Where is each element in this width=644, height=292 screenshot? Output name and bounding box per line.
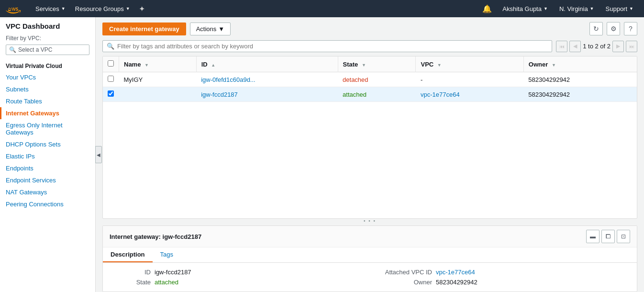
row1-name: MyIGY [119, 72, 197, 87]
pagination: ⏮ ◀ 1 to 2 of 2 ▶ ⏭ [556, 41, 637, 52]
region-menu[interactable]: N. Virginia ▼ [555, 0, 599, 17]
sidebar-item-dhcp-options[interactable]: DHCP Options Sets [0, 138, 95, 150]
row1-state-value: detached [343, 76, 368, 83]
next-page-btn[interactable]: ▶ [612, 41, 624, 52]
support-chevron-icon: ▼ [629, 6, 633, 11]
state-label: State [112, 279, 151, 286]
detail-half-btn[interactable]: ⧠ [601, 230, 615, 243]
create-internet-gateway-button[interactable]: Create internet gateway [102, 22, 186, 35]
sidebar-item-internet-gateways[interactable]: Internet Gateways [0, 107, 95, 119]
sidebar-item-endpoints[interactable]: Endpoints [0, 162, 95, 174]
row1-checkbox-cell[interactable] [103, 72, 119, 87]
user-menu[interactable]: Akshita Gupta ▼ [498, 0, 553, 17]
sidebar-item-peering-connections[interactable]: Peering Connections [0, 198, 95, 210]
row1-checkbox[interactable] [108, 76, 114, 82]
sidebar-item-subnets[interactable]: Subnets [0, 83, 95, 95]
top-nav: Services ▼ Resource Groups ▼ ✦ 🔔 Akshita… [0, 0, 644, 17]
panel-resize-handle[interactable]: • • • [102, 219, 637, 223]
state-column-header[interactable]: State ▼ [338, 56, 416, 72]
internet-gateways-table: Name ▼ ID ▲ State ▼ VPC [103, 56, 637, 102]
row2-checkbox-cell[interactable] [103, 87, 119, 102]
services-chevron-icon: ▼ [61, 6, 66, 11]
select-all-checkbox[interactable] [108, 60, 114, 67]
name-column-header[interactable]: Name ▼ [119, 56, 197, 72]
attached-vpc-label: Attached VPC ID [379, 269, 432, 276]
sidebar-collapse-btn[interactable]: ◀ [95, 146, 102, 163]
support-menu[interactable]: Support ▼ [601, 0, 638, 17]
resource-groups-nav[interactable]: Resource Groups ▼ [70, 0, 135, 17]
row2-id-link[interactable]: igw-fccd2187 [201, 91, 238, 98]
filter-label: Filter by VPC: [0, 33, 95, 43]
row2-name [119, 87, 197, 102]
search-icon: 🔍 [107, 43, 114, 50]
row2-state-value: attached [343, 91, 366, 98]
region-chevron-icon: ▼ [590, 6, 594, 11]
user-chevron-icon: ▼ [544, 6, 548, 11]
refresh-button[interactable]: ↻ [589, 22, 603, 35]
row1-owner: 582304292942 [523, 72, 637, 87]
owner-label: Owner [379, 279, 432, 286]
detail-panel-icons: ▬ ⧠ ⊡ [586, 230, 630, 243]
detail-header: Internet gateway: igw-fccd2187 ▬ ⧠ ⊡ [103, 226, 637, 247]
virtual-private-cloud-section: Virtual Private Cloud [0, 59, 95, 71]
prev-page-btn[interactable]: ◀ [569, 41, 581, 52]
vpc-select[interactable]: 🔍 Select a VPC [6, 45, 89, 55]
actions-button[interactable]: Actions ▼ [190, 22, 231, 35]
table-row[interactable]: igw-fccd2187 attached vpc-1e77ce64 58230… [103, 87, 637, 102]
help-button[interactable]: ? [624, 22, 637, 35]
last-page-btn[interactable]: ⏭ [626, 41, 637, 52]
row2-state: attached [338, 87, 416, 102]
row2-checkbox[interactable] [108, 90, 114, 97]
tab-tags[interactable]: Tags [153, 247, 181, 262]
detail-owner-row: Owner 582304292942 [379, 279, 627, 286]
vpc-search-icon: 🔍 [9, 46, 16, 53]
detail-state-row: State attached [112, 279, 360, 286]
vpc-sort-icon: ▼ [437, 63, 442, 67]
select-all-header[interactable] [103, 56, 119, 72]
state-value: attached [155, 279, 178, 286]
id-sort-icon: ▲ [211, 63, 215, 67]
resource-groups-chevron-icon: ▼ [126, 6, 130, 11]
search-input-wrapper: 🔍 [102, 40, 552, 52]
notification-bell-icon[interactable]: 🔔 [478, 4, 496, 13]
row2-vpc-link[interactable]: vpc-1e77ce64 [421, 91, 460, 98]
row2-id: igw-fccd2187 [196, 87, 338, 102]
owner-column-header[interactable]: Owner ▼ [523, 56, 637, 72]
sidebar-title: VPC Dashboard [0, 17, 95, 33]
search-input[interactable] [117, 43, 548, 50]
sidebar-item-nat-gateways[interactable]: NAT Gateways [0, 186, 95, 198]
row1-id-link[interactable]: igw-0fefd1c60a9d... [201, 76, 255, 83]
sidebar-item-route-tables[interactable]: Route Tables [0, 95, 95, 107]
owner-sort-icon: ▼ [552, 63, 556, 67]
id-label: ID [112, 269, 151, 276]
id-column-header[interactable]: ID ▲ [196, 56, 338, 72]
actions-chevron-icon: ▼ [218, 25, 224, 33]
row1-id: igw-0fefd1c60a9d... [196, 72, 338, 87]
search-bar-row: 🔍 ⏮ ◀ 1 to 2 of 2 ▶ ⏭ [96, 40, 644, 56]
sidebar: VPC Dashboard Filter by VPC: 🔍 Select a … [0, 17, 96, 292]
row2-owner: 582304292942 [523, 87, 637, 102]
state-sort-icon: ▼ [362, 63, 366, 67]
toolbar: Create internet gateway Actions ▼ ↻ ⚙ ? [96, 17, 644, 40]
detail-minimize-btn[interactable]: ▬ [586, 230, 600, 243]
detail-id-row: ID igw-fccd2187 [112, 269, 360, 276]
detail-right-fields: Attached VPC ID vpc-1e77ce64 Owner 58230… [379, 269, 627, 286]
services-nav[interactable]: Services ▼ [31, 0, 70, 17]
content-area: Create internet gateway Actions ▼ ↻ ⚙ ? … [96, 17, 644, 292]
attached-vpc-value[interactable]: vpc-1e77ce64 [436, 269, 475, 276]
tab-description[interactable]: Description [103, 247, 153, 262]
name-sort-icon: ▼ [144, 63, 149, 67]
row2-vpc: vpc-1e77ce64 [416, 87, 523, 102]
detail-header-title: Internet gateway: igw-fccd2187 [110, 233, 201, 240]
detail-body: ID igw-fccd2187 State attached Attached … [103, 263, 637, 292]
pin-icon[interactable]: ✦ [135, 0, 149, 17]
detail-expand-btn[interactable]: ⊡ [617, 230, 630, 243]
table-row[interactable]: MyIGY igw-0fefd1c60a9d... detached - 582… [103, 72, 637, 87]
settings-button[interactable]: ⚙ [607, 22, 620, 35]
sidebar-item-endpoint-services[interactable]: Endpoint Services [0, 174, 95, 186]
vpc-column-header[interactable]: VPC ▼ [416, 56, 523, 72]
sidebar-item-your-vpcs[interactable]: Your VPCs [0, 71, 95, 83]
sidebar-item-elastic-ips[interactable]: Elastic IPs [0, 150, 95, 162]
sidebar-item-egress-only[interactable]: Egress Only Internet Gateways [0, 119, 95, 138]
first-page-btn[interactable]: ⏮ [556, 41, 567, 52]
